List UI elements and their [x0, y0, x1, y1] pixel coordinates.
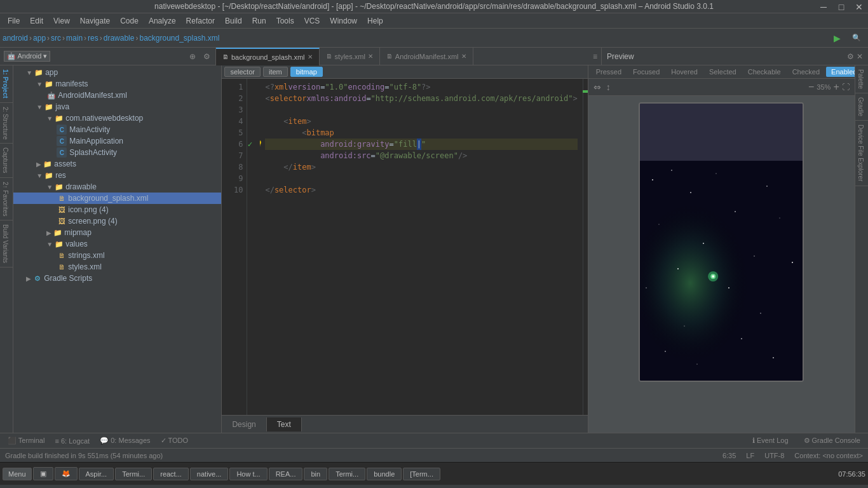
close-tab-styles[interactable]: ✕	[368, 53, 373, 60]
taskbar-aspiri[interactable]: Aspir...	[79, 468, 114, 480]
messages-tab[interactable]: 💬 0: Messages	[97, 436, 153, 445]
taskbar-native[interactable]: native...	[190, 468, 229, 480]
code-content[interactable]: <?xml version="1.0" encoding="utf-8"?> <…	[260, 79, 582, 415]
tree-styles-xml[interactable]: 🗎 styles.xml	[13, 261, 221, 273]
taskbar-bin[interactable]: bin	[304, 468, 327, 480]
tree-strings-xml[interactable]: 🗎 strings.xml	[13, 250, 221, 261]
close-tab-manifest[interactable]: ✕	[461, 53, 466, 60]
breadcrumb-app[interactable]: app	[33, 34, 46, 43]
breadcrumb-file[interactable]: background_splash.xml	[139, 34, 219, 43]
run-button[interactable]: ▶	[829, 31, 845, 45]
tab-design[interactable]: Design	[222, 417, 266, 431]
subtab-selector[interactable]: selector	[224, 67, 261, 77]
tree-app[interactable]: ▼ 📁 app	[13, 67, 221, 78]
tab-androidmanifest-xml[interactable]: 🗎 AndroidManifest.xml ✕	[380, 48, 473, 65]
menu-run[interactable]: Run	[247, 15, 271, 27]
tree-mainapplication[interactable]: C MainApplication	[13, 135, 221, 147]
tree-java[interactable]: ▼ 📁 java	[13, 101, 221, 112]
tree-values[interactable]: ▼ 📁 values	[13, 238, 221, 250]
taskbar-termi1[interactable]: Termi...	[115, 468, 152, 480]
favorites-tab[interactable]: 2↑ Favorites	[0, 178, 13, 220]
taskbar-react[interactable]: react...	[153, 468, 189, 480]
menu-analyze[interactable]: Analyze	[144, 15, 181, 27]
close-button[interactable]: ✕	[850, 0, 868, 14]
editor-options[interactable]: ≡	[589, 52, 601, 61]
tree-screen-png[interactable]: 🖼 screen.png (4)	[13, 215, 221, 227]
taskbar-termi2[interactable]: Termi...	[329, 468, 365, 480]
code-editor[interactable]: 1 2 3 4 5 6 7 8 9 10 ✓	[222, 79, 587, 415]
breadcrumb-drawable[interactable]: drawable	[104, 34, 135, 43]
subtab-item[interactable]: item	[263, 67, 288, 77]
taskbar-rea[interactable]: REA...	[269, 468, 303, 480]
state-selected[interactable]: Selected	[704, 67, 742, 77]
device-file-explorer-tab[interactable]: Device File Explorer	[855, 121, 868, 186]
todo-tab[interactable]: ✓ TODO	[158, 436, 191, 445]
menu-view[interactable]: View	[48, 15, 75, 27]
event-log-tab[interactable]: ℹ Event Log	[750, 436, 791, 445]
menu-build[interactable]: Build	[220, 15, 247, 27]
build-variants-tab[interactable]: Build Variants	[0, 220, 13, 268]
tree-icon-png[interactable]: 🖼 icon.png (4)	[13, 204, 221, 215]
captures-tab[interactable]: Captures	[0, 144, 13, 178]
minimize-button[interactable]: ─	[815, 0, 832, 14]
project-type-dropdown[interactable]: 🤖 Android ▾	[4, 51, 50, 62]
tab-styles-xml[interactable]: 🗎 styles.xml ✕	[320, 48, 380, 65]
menu-help[interactable]: Help	[362, 15, 388, 27]
zoom-in-button[interactable]: +	[833, 81, 839, 93]
tree-mipmap[interactable]: ▶ 📁 mipmap	[13, 227, 221, 238]
taskbar-icon1[interactable]: ▣	[33, 467, 53, 480]
taskbar-term3[interactable]: [Term...	[403, 468, 440, 480]
search-button[interactable]: 🔍	[848, 32, 865, 44]
tree-com[interactable]: ▼ 📁 com.nativewebdesktop	[13, 112, 221, 124]
menu-vcs[interactable]: VCS	[299, 15, 325, 27]
menu-code[interactable]: Code	[115, 15, 144, 27]
project-tab[interactable]: 1: Project	[0, 65, 13, 103]
taskbar-bundle[interactable]: bundle	[367, 468, 402, 480]
tree-background-splash[interactable]: 🗎 background_splash.xml	[13, 193, 221, 204]
tree-androidmanifest[interactable]: 🤖 AndroidManifest.xml	[13, 90, 221, 101]
gear-icon[interactable]: ⚙	[201, 52, 212, 61]
state-focused[interactable]: Focused	[628, 67, 665, 77]
breadcrumb-android[interactable]: android	[3, 34, 28, 43]
taskbar-menu[interactable]: Menu	[3, 468, 32, 480]
tree-mainactivity[interactable]: C MainActivity	[13, 124, 221, 135]
menu-edit[interactable]: Edit	[25, 15, 48, 27]
menu-navigate[interactable]: Navigate	[75, 15, 115, 27]
structure-tab[interactable]: 2: Structure	[0, 103, 13, 144]
preview-close-icon[interactable]: ✕	[857, 52, 863, 61]
tree-manifests[interactable]: ▼ 📁 manifests	[13, 78, 221, 90]
tab-text[interactable]: Text	[267, 417, 302, 431]
breadcrumb-src[interactable]: src	[51, 34, 61, 43]
gradle-tab[interactable]: Gradle	[855, 93, 868, 121]
fullscreen-icon[interactable]: ⛶	[842, 83, 850, 92]
preview-settings-icon[interactable]: ⚙	[847, 52, 854, 61]
menu-refactor[interactable]: Refactor	[181, 15, 220, 27]
tab-background-splash-xml[interactable]: 🗎 background_splash.xml ✕	[216, 48, 320, 65]
state-checked[interactable]: Checked	[787, 67, 825, 77]
zoom-out-button[interactable]: −	[808, 81, 814, 93]
taskbar-howto[interactable]: How t...	[229, 468, 267, 480]
state-pressed[interactable]: Pressed	[591, 67, 627, 77]
maximize-button[interactable]: □	[832, 0, 850, 14]
subtab-bitmap[interactable]: bitmap	[290, 67, 323, 77]
palette-tab[interactable]: Palette	[855, 65, 868, 93]
tree-gradle-scripts[interactable]: ▶ ⚙ Gradle Scripts	[13, 273, 221, 284]
menu-file[interactable]: File	[3, 15, 25, 27]
gradle-console-tab[interactable]: ⚙ Gradle Console	[801, 436, 864, 445]
breadcrumb-res[interactable]: res	[88, 34, 98, 43]
close-tab-background-splash[interactable]: ✕	[308, 53, 313, 60]
taskbar-firefox[interactable]: 🦊	[55, 467, 78, 480]
logcat-tab[interactable]: ≡ 6: Logcat	[52, 437, 92, 445]
state-hovered[interactable]: Hovered	[666, 67, 703, 77]
tree-res[interactable]: ▼ 📁 res	[13, 170, 221, 181]
sync-button[interactable]: ⊕	[187, 52, 198, 61]
swap-axes-icon[interactable]: ⇔	[593, 82, 601, 92]
menu-tools[interactable]: Tools	[271, 15, 299, 27]
tree-assets[interactable]: ▶ 📁 assets	[13, 158, 221, 170]
tree-splashactivity[interactable]: C SplashActivity	[13, 147, 221, 158]
terminal-tab[interactable]: ⬛ Terminal	[5, 436, 47, 445]
resize-icon[interactable]: ↕	[606, 82, 611, 92]
menu-window[interactable]: Window	[325, 15, 362, 27]
tree-drawable[interactable]: ▼ 📁 drawable	[13, 181, 221, 193]
breadcrumb-main[interactable]: main	[66, 34, 83, 43]
